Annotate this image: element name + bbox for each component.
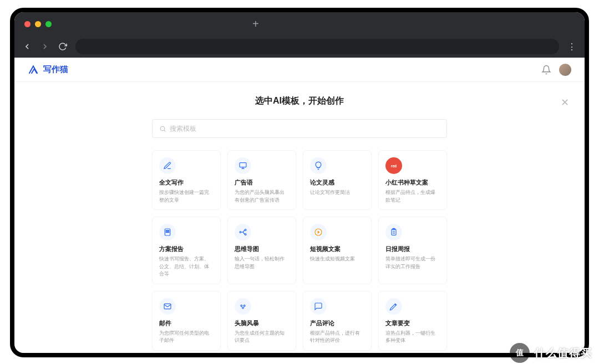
card-description: 让论文写作更简洁 (310, 189, 364, 197)
card-description: 为您撰写任何类型的电子邮件 (159, 330, 214, 345)
card-description: 根据产品特点，生成爆款笔记 (385, 189, 440, 204)
address-row: ⋮ (14, 35, 585, 58)
browser-menu-button[interactable]: ⋮ (567, 42, 577, 52)
browser-chrome: + ⋮ (14, 12, 585, 58)
card-description: 为您生成任何主题的知识要点 (235, 330, 289, 345)
card-title: 头脑风暴 (235, 319, 289, 327)
maximize-window-button[interactable] (45, 21, 52, 27)
play-icon (310, 224, 327, 240)
avatar[interactable] (559, 64, 571, 76)
svg-point-19 (241, 305, 242, 306)
svg-rect-2 (240, 163, 246, 167)
search-input[interactable] (170, 125, 440, 132)
content: ✕ 选中AI模板，开始创作 全文写作按步骤快速创建一篇完整的文章广告语为您的产品… (14, 82, 585, 353)
card-title: 方案报告 (159, 245, 214, 253)
card-description: 简单描述即可生成一份详实的工作报告 (385, 255, 440, 270)
search-wrap (152, 119, 447, 138)
brand[interactable]: 写作猫 (28, 64, 68, 75)
card-description: 为您的产品头脑风暴出有创意的广告宣传语 (235, 189, 289, 204)
mail-icon (159, 298, 176, 315)
svg-point-21 (242, 307, 244, 309)
new-tab-button[interactable]: + (247, 18, 265, 30)
svg-point-0 (160, 126, 165, 131)
page-title: 选中AI模板，开始创作 (14, 95, 585, 107)
clipboard-icon (385, 224, 402, 240)
svg-text:red: red (391, 164, 397, 168)
back-button[interactable] (22, 42, 32, 51)
reload-button[interactable] (58, 42, 68, 51)
brand-logo-icon (28, 64, 39, 75)
card-description: 快速生成短视频文案 (310, 255, 364, 263)
svg-line-1 (164, 130, 165, 131)
edit-icon (159, 157, 176, 174)
minimize-window-button[interactable] (35, 21, 41, 27)
card-description: 根据产品特点，进行有针对性的评价 (310, 330, 364, 345)
forward-button[interactable] (40, 42, 50, 51)
card-title: 日报周报 (385, 245, 440, 253)
search-field[interactable] (152, 119, 447, 138)
svg-point-20 (243, 305, 245, 306)
close-icon[interactable]: ✕ (561, 96, 569, 109)
card-title: 思维导图 (235, 245, 289, 253)
card-title: 短视频文案 (310, 245, 364, 253)
card-description: 追热点利器，一键衍生多种变体 (385, 330, 440, 345)
svg-marker-13 (318, 230, 320, 233)
svg-point-9 (240, 232, 241, 233)
template-card[interactable]: 短视频文案快速生成短视频文案 (303, 217, 372, 284)
template-card[interactable]: 产品评论根据产品特点，进行有针对性的评价 (303, 291, 372, 351)
svg-point-10 (245, 229, 246, 231)
card-description: 快速书写报告、方案、公文、总结、计划、体合等 (159, 255, 214, 278)
watermark-text: 什么值得买 (534, 346, 592, 361)
chat-icon (310, 298, 327, 315)
template-card[interactable]: 邮件为您撰写任何类型的电子邮件 (152, 291, 221, 351)
device-frame: + ⋮ 写作猫 ✕ 选中AI模 (10, 8, 589, 357)
watermark-badge: 值 (510, 343, 530, 363)
template-card[interactable]: 论文灵感让论文写作更简洁 (303, 150, 372, 210)
card-title: 小红书种草文案 (385, 178, 440, 187)
card-title: 产品评论 (310, 319, 364, 327)
template-card[interactable]: red小红书种草文案根据产品特点，生成爆款笔记 (378, 150, 447, 210)
brain-icon (235, 298, 251, 315)
window-controls (24, 21, 52, 27)
svg-rect-8 (166, 232, 169, 232)
card-title: 全文写作 (159, 178, 214, 187)
browser-tab[interactable] (66, 16, 243, 32)
card-title: 广告语 (235, 178, 289, 187)
monitor-icon (235, 157, 251, 174)
template-card[interactable]: 方案报告快速书写报告、方案、公文、总结、计划、体合等 (152, 217, 221, 284)
template-grid: 全文写作按步骤快速创建一篇完整的文章广告语为您的产品头脑风暴出有创意的广告宣传语… (152, 150, 447, 353)
xhs-icon: red (385, 157, 402, 174)
card-title: 邮件 (159, 319, 214, 327)
template-card[interactable]: 文章要变追热点利器，一键衍生多种变体 (378, 291, 447, 351)
tab-row: + (14, 12, 585, 35)
mindmap-icon (235, 224, 251, 240)
notifications-button[interactable] (541, 65, 551, 75)
search-icon (159, 125, 166, 132)
template-card[interactable]: 全文写作按步骤快速创建一篇完整的文章 (152, 150, 221, 210)
template-card[interactable]: 日报周报简单描述即可生成一份详实的工作报告 (378, 217, 447, 284)
template-card[interactable]: 头脑风暴为您生成任何主题的知识要点 (227, 291, 296, 351)
address-bar[interactable] (75, 39, 559, 54)
template-card[interactable]: 广告语为您的产品头脑风暴出有创意的广告宣传语 (227, 150, 296, 210)
card-description: 输入一句话，轻松制作思维导图 (235, 255, 289, 270)
pen-icon (385, 298, 402, 315)
card-title: 文章要变 (385, 319, 440, 327)
bulb-icon (310, 157, 327, 174)
svg-rect-7 (166, 230, 169, 231)
card-description: 按步骤快速创建一篇完整的文章 (159, 189, 214, 204)
close-window-button[interactable] (24, 21, 31, 27)
brand-name: 写作猫 (43, 64, 68, 75)
watermark: 值 什么值得买 (510, 342, 592, 364)
app-bar: 写作猫 (14, 58, 585, 82)
card-title: 论文灵感 (310, 178, 364, 187)
doc-square-icon (159, 224, 176, 240)
svg-point-11 (245, 234, 246, 235)
template-card[interactable]: 思维导图输入一句话，轻松制作思维导图 (227, 217, 296, 284)
